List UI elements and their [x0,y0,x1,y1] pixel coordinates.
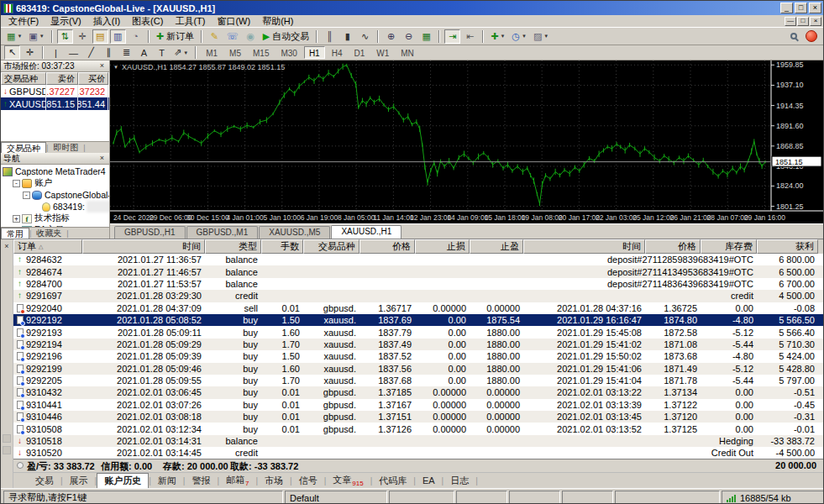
menu-item-6[interactable]: 帮助(H) [256,16,299,26]
fibonacci-button[interactable]: ≣ [118,45,134,60]
data-window-button[interactable]: ✛ [75,29,91,44]
menu-item-4[interactable]: 工具(T) [169,16,211,26]
timeframe-button-h4[interactable]: H4 [327,46,348,59]
terminal-tab-9[interactable]: 代码库 [372,474,413,488]
navigator-button[interactable]: ▤ [92,29,108,44]
market-watch-close-icon[interactable]: × [97,61,107,71]
trendline-button[interactable]: ╱ [83,45,99,60]
terminal-tab-8[interactable]: 文章915 [326,473,370,488]
order-row[interactable]: 92921992021.01.28 05:09:46buy1.60xauusd.… [13,363,823,375]
chart-tab-0[interactable]: GBPUSD.,H1 [114,226,186,239]
new-order-button[interactable]: ✚新订单 [154,29,197,44]
timeframe-button-w1[interactable]: W1 [371,46,394,59]
order-row[interactable]: 93104322021.02.01 03:06:45buy0.01gbpusd.… [13,386,823,398]
navigator-node-2[interactable]: -CapstoneGlobal-1 [1,189,109,201]
column-header-swap[interactable]: 库存费 [701,239,757,254]
menu-item-5[interactable]: 窗口(W) [211,16,256,26]
menu-item-2[interactable]: 插入(I) [87,16,126,26]
navigator-tab-0[interactable]: 常用 [1,228,29,239]
auto-scroll-button[interactable]: ⇥ [444,29,460,44]
terminal-close-icon[interactable]: × [4,241,8,251]
timeframe-button-d1[interactable]: D1 [349,46,370,59]
market-watch-row[interactable]: ↑XAUUSD.1851.151851.44 [1,97,109,110]
chart-shift-button[interactable]: ⇤ [462,29,478,44]
order-row[interactable]: 92921922021.01.28 05:08:52buy1.50xauusd.… [13,314,823,326]
menu-item-1[interactable]: 显示(V) [45,16,87,26]
terminal-tab-10[interactable]: EA [416,475,442,486]
terminal-tab-11[interactable]: 日志 [443,474,475,488]
column-header-open-price[interactable]: 价格 [360,239,415,254]
order-row[interactable]: 92921932021.01.28 05:09:11buy1.60xauusd.… [13,326,823,338]
timeframe-button-m30[interactable]: M30 [276,46,302,59]
chart-tab-2[interactable]: XAUUSD.,M5 [259,226,330,239]
order-row[interactable]: ↑92846322021.01.27 11:36:57balancedeposi… [13,254,823,265]
templates-button[interactable]: ▨▼ [531,29,551,44]
market-watch-tab-1[interactable]: 即时图 [48,142,83,153]
mdi-restore-button[interactable]: □ [797,17,809,26]
indicators-button[interactable]: ✚▼ [488,29,507,44]
column-header-tp[interactable]: 止盈 [470,239,523,254]
market-watch-tab-0[interactable]: 交易品种 [1,142,46,153]
minimize-button[interactable]: _ [780,3,793,13]
navigator-close-icon[interactable]: × [97,154,107,163]
contact-button[interactable]: ☏ [224,29,241,44]
search-icon[interactable] [790,33,797,39]
price-chart[interactable]: 24 Dec 202029 Dec 06:0030 Dec 15:004 Jan… [110,60,824,223]
order-row[interactable]: 92921942021.01.28 05:09:29buy1.70xauusd.… [13,339,823,350]
column-header-type[interactable]: 类型 [205,239,261,254]
terminal-tab-0[interactable]: 交易 [29,474,60,488]
candlestick-button[interactable]: ▮ [339,29,355,44]
terminal-tab-5[interactable]: 邮箱7 [219,473,255,488]
order-row[interactable]: ↑92916972021.01.28 03:29:30creditcredit4… [13,290,823,302]
market-watch-button[interactable]: ⇅ [57,29,73,44]
text-button[interactable]: A [136,45,152,60]
terminal-tab-4[interactable]: 警报 [185,474,217,488]
navigator-tab-1[interactable]: 收藏夹 [31,228,66,239]
timeframe-button-m5[interactable]: M5 [224,46,246,59]
navigator-node-1[interactable]: -账户 [1,177,109,189]
terminal-tab-1[interactable]: 展示 [63,474,95,488]
order-row[interactable]: 93104462021.02.01 03:08:18buy0.01gbpusd.… [13,411,823,423]
column-header-close-price[interactable]: 价格 [645,239,701,254]
order-row[interactable]: 93105082021.02.01 03:12:34buy0.01gbpusd.… [13,423,823,434]
zoom-out-button[interactable]: ⊖ [401,29,417,44]
order-row[interactable]: ↑92846742021.01.27 11:46:57balancedeposi… [13,265,823,277]
zoom-in-button[interactable]: ⊕ [383,29,399,44]
market-watch-column-0[interactable]: 交易品种 [1,72,46,85]
label-button[interactable]: T [154,45,170,60]
bar-chart-button[interactable]: ║ [322,29,338,44]
order-row[interactable]: ↓93105202021.02.01 03:14:45creditCredit … [13,447,823,459]
sound-button[interactable]: ◉ [243,29,259,44]
tree-toggle-icon[interactable]: - [13,180,20,187]
menu-item-3[interactable]: 图表(C) [126,16,169,26]
cursor-button[interactable]: ↖ [4,45,20,60]
timeframe-button-mn[interactable]: MN [396,46,419,59]
order-row[interactable]: ↑92847002021.01.27 11:53:57balancedeposi… [13,278,823,290]
order-row[interactable]: 92922052021.01.28 05:09:55buy1.70xauusd.… [13,375,823,386]
mdi-minimize-button[interactable]: — [785,17,796,26]
column-header-order-id[interactable]: 订单△ [13,239,82,254]
metaeditor-button[interactable]: ✎ [207,29,223,44]
tree-toggle-icon[interactable]: + [13,215,20,223]
terminal-button[interactable]: ▥ [110,29,126,44]
terminal-tab-6[interactable]: 市场 [258,474,290,488]
order-row[interactable]: ↓93105182021.02.01 03:14:31balanceHedgin… [13,435,823,447]
maximize-button[interactable]: □ [795,3,807,13]
horizontal-line-button[interactable]: — [66,45,81,60]
profiles-button[interactable]: ▣▼ [26,29,46,44]
column-header-close-time[interactable]: 时间 [523,239,645,254]
order-row[interactable]: 93104412021.02.01 03:07:26buy0.01gbpusd.… [13,399,823,411]
market-watch-row[interactable]: ↓GBPUSD.1.372271.37232 [1,85,109,97]
column-header-open-time[interactable]: 时间 [82,239,205,254]
column-header-lots[interactable]: 手数 [261,239,303,254]
chart-tab-3[interactable]: XAUUSD.,H1 [331,225,402,239]
timeframe-button-h1[interactable]: H1 [304,46,325,59]
tree-toggle-icon[interactable]: - [23,192,30,199]
vertical-line-button[interactable]: | [48,45,64,60]
navigator-node-4[interactable]: +f技术指标 [1,213,109,224]
periods-button[interactable]: ◷▼ [509,29,529,44]
order-row[interactable]: 92920402021.01.28 04:37:09sell0.01gbpusd… [13,302,823,314]
menu-item-0[interactable]: 文件(F) [3,16,45,26]
timeframe-button-m15[interactable]: M15 [248,46,274,59]
navigator-node-3[interactable]: 683419: [1,201,109,213]
